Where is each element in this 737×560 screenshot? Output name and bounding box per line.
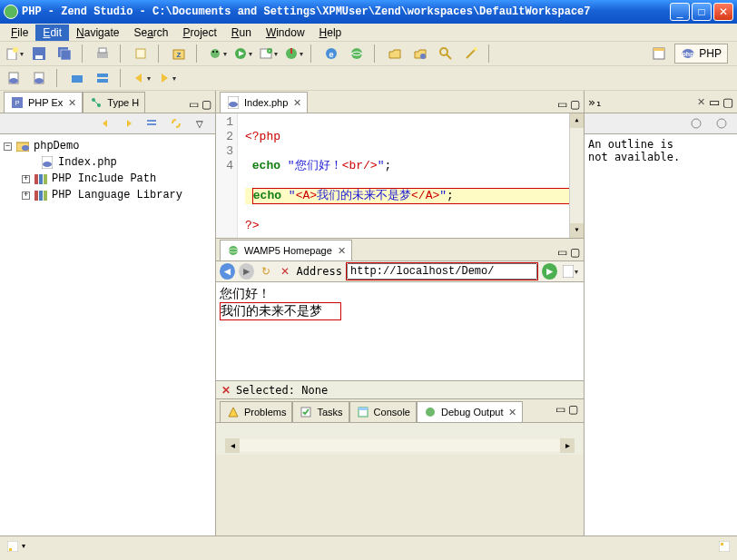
maximize-view-icon[interactable]: ▢ [568, 403, 578, 416]
menu-project[interactable]: Project [175, 25, 223, 41]
nav-blue2[interactable] [93, 68, 113, 88]
collapse-icon[interactable]: − [4, 142, 12, 151]
close-icon[interactable]: ✕ [293, 97, 301, 109]
link-editor-icon[interactable] [166, 113, 186, 133]
debug-dd[interactable]: ▾ [207, 44, 227, 64]
svg-rect-61 [359, 408, 368, 410]
svg-point-11 [211, 49, 220, 58]
run-dd[interactable]: ▾ [232, 44, 252, 64]
menu-edit[interactable]: Edit [35, 25, 69, 41]
maximize-view-icon[interactable]: ▢ [570, 246, 580, 259]
outline-tool-1-icon[interactable] [686, 113, 706, 133]
browser-refresh-button[interactable]: ↻ [258, 263, 273, 280]
close-icon[interactable]: ✕ [697, 96, 705, 108]
tree-project[interactable]: − phpDemo [4, 138, 211, 154]
editor-area[interactable]: 1 2 3 4 <?php echo "您们好！<br/>"; echo "<A… [216, 113, 584, 238]
tree-file-index[interactable]: Index.php [4, 154, 211, 171]
editor-tab-index[interactable]: Index.php ✕ [220, 92, 308, 113]
tab-type-hierarchy[interactable]: Type H [83, 92, 145, 113]
tree-include-path[interactable]: + PHP Include Path [4, 171, 211, 187]
expand-icon[interactable]: + [22, 192, 30, 200]
search-icon[interactable] [436, 44, 456, 64]
zend-project[interactable]: Z [169, 44, 189, 64]
save[interactable] [29, 44, 49, 64]
menu-search[interactable]: Search [126, 25, 175, 41]
browser-stop-button[interactable]: ✕ [277, 263, 292, 280]
close-icon[interactable]: ✕ [508, 407, 516, 418]
close-button[interactable]: ✕ [713, 3, 733, 21]
view-menu-icon[interactable]: ▽ [190, 113, 210, 133]
browser-page-icon[interactable]: ▾ [561, 261, 580, 281]
perspective-php[interactable]: php PHP [674, 44, 728, 64]
forward-icon[interactable] [119, 113, 139, 133]
scrollbar-horizontal[interactable] [240, 439, 560, 452]
nav-blue1[interactable] [67, 68, 87, 88]
menu-file[interactable]: File [4, 25, 35, 41]
save-all[interactable] [54, 44, 74, 64]
minimize-view-icon[interactable]: ▭ [555, 403, 565, 416]
tab-php-explorer[interactable]: P PHP Ex ✕ [4, 92, 83, 113]
bottom-tab-debug-output[interactable]: Debug Output✕ [417, 401, 524, 422]
svg-point-33 [34, 78, 44, 84]
browser-go-button[interactable]: ► [542, 263, 557, 280]
open[interactable] [385, 44, 405, 64]
window-icon [652, 46, 666, 61]
status-right-icon[interactable] [717, 539, 732, 554]
scroll-left-icon[interactable]: ◂ [225, 438, 240, 453]
ie-icon[interactable]: e [321, 44, 341, 64]
forward-dd[interactable]: ▾ [156, 68, 176, 88]
scroll-right-icon[interactable]: ▸ [560, 438, 575, 453]
open-php[interactable] [29, 68, 49, 88]
expand-icon[interactable]: + [22, 175, 30, 183]
browser-back-button[interactable]: ◄ [220, 263, 235, 280]
back-icon[interactable] [95, 113, 115, 133]
browser-tab[interactable]: WAMP5 Homepage ✕ [220, 240, 352, 260]
globe-icon[interactable] [347, 44, 367, 64]
svg-line-23 [447, 54, 451, 59]
bottom-tab-console[interactable]: Console [349, 401, 417, 422]
collapse-all-icon[interactable] [142, 113, 162, 133]
ext-dd[interactable]: ▾ [258, 44, 278, 64]
delete-icon[interactable]: ✕ [221, 384, 231, 397]
new-php[interactable] [4, 68, 24, 88]
maximize-button[interactable]: □ [692, 3, 712, 21]
close-icon[interactable]: ✕ [338, 245, 346, 257]
menu-window[interactable]: Window [259, 25, 312, 41]
open-type [413, 46, 427, 61]
minimize-view-icon[interactable]: ▭ [557, 246, 567, 259]
scroll-down-icon[interactable]: ▾ [570, 223, 584, 238]
outline-tool-2-icon[interactable] [712, 113, 732, 133]
open-perspective-button[interactable] [649, 44, 669, 64]
bottom-tab-problems[interactable]: Problems [220, 401, 292, 422]
close-icon[interactable]: ✕ [68, 97, 76, 109]
browser-page[interactable]: 您们好！ 我们的未来不是梦 [216, 282, 584, 380]
scroll-up-icon[interactable]: ▴ [570, 113, 584, 128]
back-dd[interactable]: ▾ [131, 68, 151, 88]
address-input[interactable] [347, 263, 537, 280]
menu-navigate[interactable]: Navigate [69, 25, 126, 41]
tree-language-library[interactable]: + PHP Language Library [4, 187, 211, 203]
open-type[interactable] [410, 44, 430, 64]
maximize-view-icon[interactable]: ▢ [570, 98, 580, 111]
new-dd[interactable]: ▾ [4, 44, 24, 64]
browser-forward-button[interactable]: ► [239, 263, 254, 280]
status-dropdown[interactable]: ▾ [22, 542, 25, 550]
build[interactable] [131, 44, 151, 64]
maximize-view-icon[interactable]: ▢ [201, 98, 211, 111]
ie-icon: e [324, 46, 339, 61]
bottom-tab-tasks[interactable]: Tasks [292, 401, 349, 422]
minimize-button[interactable]: _ [670, 3, 690, 21]
menu-help[interactable]: Help [312, 25, 349, 41]
menu-run[interactable]: Run [224, 25, 259, 41]
profile-dd[interactable]: ▾ [283, 44, 303, 64]
php-explorer-tree[interactable]: − phpDemo Index.php + PHP Include Path +… [0, 134, 215, 535]
wand[interactable] [461, 44, 481, 64]
minimize-view-icon[interactable]: ▭ [189, 98, 199, 111]
minimize-view-icon[interactable]: ▭ [709, 95, 720, 109]
minimize-view-icon[interactable]: ▭ [557, 98, 567, 111]
maximize-view-icon[interactable]: ▢ [722, 95, 733, 109]
outline-indicator: »₁ [588, 95, 603, 109]
search-icon [438, 46, 453, 61]
print[interactable] [93, 44, 113, 64]
scrollbar-vertical[interactable]: ▴ ▾ [569, 113, 584, 238]
